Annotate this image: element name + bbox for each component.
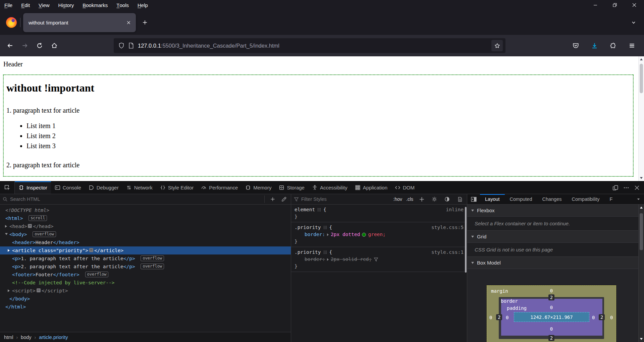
devtools-tab-debugger[interactable]: Debugger [85, 181, 122, 194]
expand-caret-icon[interactable] [8, 249, 10, 252]
margin-right-value[interactable]: 0 [610, 315, 613, 320]
list-all-tabs-button[interactable] [627, 16, 640, 29]
search-html-input[interactable] [10, 196, 261, 202]
boxmodel-section-header[interactable]: Box Model [467, 257, 644, 269]
devtools-tab-performance[interactable]: Performance [197, 181, 241, 194]
tree-row-comment[interactable]: <!--Code injected by live-server--> [0, 279, 291, 287]
tree-row-script[interactable]: <script></script> [0, 287, 291, 295]
menu-help[interactable]: Help [133, 0, 152, 10]
devtools-tab-style-editor[interactable]: Style Editor [156, 181, 198, 194]
expand-caret-icon[interactable] [8, 289, 10, 292]
pocket-button[interactable] [568, 38, 583, 53]
margin-top-value[interactable]: 0 [487, 288, 616, 293]
dark-mode-sim-button[interactable] [443, 195, 451, 203]
add-rule-button[interactable] [417, 195, 426, 203]
expand-longhand-icon[interactable] [327, 233, 329, 236]
tab-close-button[interactable] [124, 18, 133, 27]
tree-row-doctype[interactable]: <!DOCTYPE html> [0, 206, 291, 214]
close-window-button[interactable] [625, 0, 644, 10]
menu-view[interactable]: View [34, 0, 54, 10]
border-top-value[interactable]: 2 [487, 294, 616, 300]
scrollbar-thumb[interactable] [640, 64, 643, 93]
app-menu-button[interactable] [625, 38, 639, 53]
scroll-up-arrow-icon[interactable] [640, 207, 643, 209]
browser-tab-active[interactable]: without !important [23, 13, 136, 32]
devtools-tab-memory[interactable]: Memory [241, 181, 275, 194]
selector-highlighter-icon[interactable] [323, 250, 327, 254]
tree-row-html[interactable]: <html> scroll [0, 214, 291, 222]
padding-bottom-value[interactable]: 0 [487, 326, 616, 332]
restore-button[interactable] [605, 0, 625, 10]
layout-panel-scrollbar[interactable] [638, 205, 644, 342]
tree-row-article-selected[interactable]: <article class="priority"></article> [0, 246, 291, 254]
tree-row-body-close[interactable]: </body> [0, 295, 291, 303]
add-node-button[interactable] [268, 195, 277, 203]
scrollbar-thumb[interactable] [640, 213, 643, 250]
devtools-tab-console[interactable]: Console [51, 181, 85, 194]
overflow-badge[interactable]: overflow [141, 255, 164, 261]
margin-left-value[interactable]: 0 [489, 315, 492, 320]
devtools-tab-accessibility[interactable]: Accessibility [308, 181, 351, 194]
scroll-down-arrow-icon[interactable] [640, 338, 643, 340]
sidebar-tab-changes[interactable]: Changes [537, 194, 567, 204]
tree-row-body[interactable]: <body> overflow [0, 230, 291, 238]
border-bottom-value[interactable]: 2 [487, 335, 616, 341]
box-model-content-box[interactable]: 1242.67×211.967 [514, 312, 589, 322]
selector-highlighter-icon[interactable] [323, 226, 327, 229]
firefox-logo-icon[interactable] [6, 17, 17, 28]
tree-row-p2[interactable]: <p>2. paragraph text after the article</… [0, 263, 291, 271]
new-tab-button[interactable] [139, 16, 151, 29]
scroll-badge[interactable]: scroll [29, 215, 47, 221]
url-bar[interactable]: 127.0.0.1:5500/3_Inheritance_Cascade/Par… [114, 38, 505, 53]
devtools-tab-inspector[interactable]: Inspector [15, 181, 51, 194]
scroll-up-arrow-icon[interactable] [640, 58, 643, 60]
page-info-icon[interactable] [128, 43, 134, 49]
menu-history[interactable]: History [54, 0, 78, 10]
sidebar-tab-layout[interactable]: Layout [480, 194, 505, 204]
devtools-options-button[interactable] [622, 184, 631, 192]
css-property-border-red-overridden[interactable]: border: 2px solid red; [294, 256, 464, 263]
tree-row-html-close[interactable]: </html> [0, 303, 291, 311]
sidebar-tab-computed[interactable]: Computed [505, 194, 537, 204]
menu-tools[interactable]: Tools [112, 0, 133, 10]
devtools-tab-application[interactable]: Application [351, 181, 391, 194]
pick-element-button[interactable] [0, 181, 15, 194]
breadcrumb-item-html[interactable]: html [4, 335, 13, 340]
rules-scrollbar-thumb[interactable] [465, 207, 467, 273]
overflow-badge[interactable]: overflow [141, 264, 164, 269]
sidebar-tab-compatibility[interactable]: Compatibility [567, 194, 605, 204]
tree-row-head[interactable]: <head></head> [0, 222, 291, 230]
tree-row-footer[interactable]: <footer>Footer</footer> overflow [0, 271, 291, 279]
page-scrollbar[interactable] [638, 56, 644, 181]
scroll-down-arrow-icon[interactable] [640, 177, 643, 179]
border-right-value[interactable]: 2 [599, 314, 605, 320]
menu-edit[interactable]: Edit [17, 0, 34, 10]
devtools-tab-network[interactable]: Network [122, 181, 156, 194]
rule-location[interactable]: inline [446, 206, 464, 213]
color-swatch-green[interactable] [362, 233, 366, 237]
expand-caret-icon[interactable] [5, 225, 7, 228]
toggle-3-pane-button[interactable] [467, 194, 480, 204]
home-button[interactable] [47, 38, 62, 53]
breadcrumb-item-body[interactable]: body [21, 335, 31, 340]
downloads-button[interactable] [587, 38, 602, 53]
rule-selector[interactable]: .priority [294, 249, 321, 256]
eyedropper-button[interactable] [279, 195, 288, 203]
padding-top-value[interactable]: 0 [487, 305, 616, 310]
class-toggle[interactable]: .cls [406, 196, 413, 202]
responsive-design-mode-button[interactable] [611, 184, 620, 192]
print-media-sim-button[interactable] [455, 195, 464, 203]
pseudo-class-toggle[interactable]: :hov [393, 196, 402, 202]
bookmark-star-button[interactable] [491, 40, 503, 51]
collapse-caret-icon[interactable] [5, 233, 8, 235]
breadcrumb-item-article[interactable]: article.priority [39, 335, 68, 340]
menu-bookmarks[interactable]: Bookmarks [78, 0, 112, 10]
tracking-protection-shield-icon[interactable] [118, 43, 124, 49]
rule-selector[interactable]: element [294, 206, 315, 213]
overridden-filter-icon[interactable] [374, 257, 378, 262]
menu-file[interactable]: File [0, 0, 17, 10]
overflow-badge[interactable]: overflow [85, 272, 109, 277]
inline-ellipsis-chip[interactable] [28, 224, 32, 228]
close-devtools-button[interactable] [633, 184, 641, 192]
sidebar-tab-fonts-truncated[interactable]: F [605, 194, 618, 204]
